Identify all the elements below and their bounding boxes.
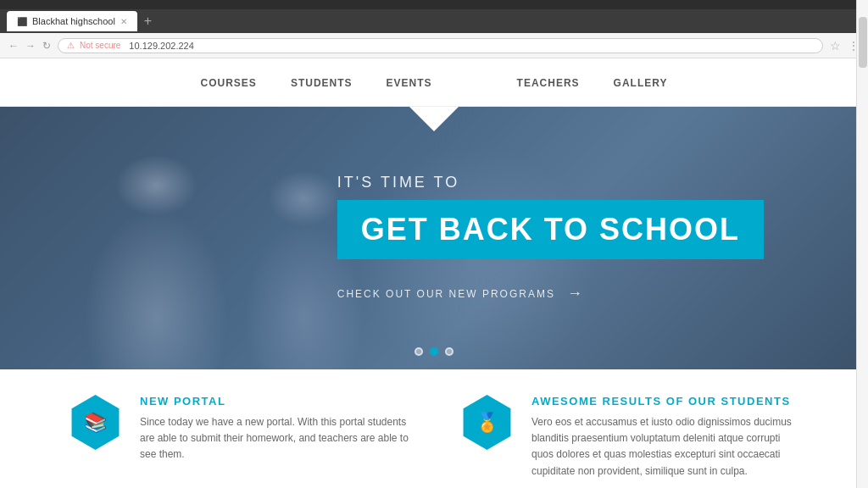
address-input[interactable]: ⚠ Not secure 10.129.202.224 (58, 38, 823, 53)
tab-close-button[interactable]: ✕ (120, 17, 127, 26)
nav-teachers[interactable]: TEACHERS (517, 77, 580, 89)
hero-cta-text: CHECK OUT OUR NEW PROGRAMS (337, 288, 555, 300)
feature-portal-title: NEW PORTAL (140, 395, 409, 408)
feature-results-text: AWESOME RESULTS OF OUR STUDENTS Vero eos… (531, 395, 800, 480)
hero-title-box: GET BACK TO SCHOOL (337, 200, 764, 259)
hero-arrow-decoration (409, 107, 459, 131)
hexagon-portal: 📚 (68, 395, 123, 450)
address-bar: ← → ↻ ⚠ Not secure 10.129.202.224 ☆ ⋮ (0, 33, 868, 58)
book-icon: 📚 (84, 412, 107, 434)
active-tab[interactable]: ⬛ Blackhat highschool ✕ (7, 11, 137, 31)
back-button[interactable]: ← (8, 40, 19, 52)
forward-button[interactable]: → (25, 40, 36, 52)
feature-portal-text: NEW PORTAL Since today we have a new por… (140, 395, 409, 463)
nav-links-list: COURSES STUDENTS EVENTS TEACHERS GALLERY (201, 75, 668, 90)
bookmark-star-icon[interactable]: ☆ (830, 39, 841, 53)
hero-subtitle: IT'S TIME TO (337, 174, 764, 191)
security-label: Not secure (80, 41, 120, 50)
hero-slider-dots (415, 347, 453, 356)
hero-section: IT'S TIME TO GET BACK TO SCHOOL CHECK OU… (0, 107, 868, 369)
hexagon-results: 🏅 (459, 395, 515, 450)
hero-cta-button[interactable]: CHECK OUT OUR NEW PROGRAMS → (337, 285, 764, 302)
dot-3[interactable] (445, 347, 453, 356)
dot-1[interactable] (415, 347, 423, 356)
features-section: 📚 NEW PORTAL Since today we have a new p… (0, 369, 868, 488)
hero-title: GET BACK TO SCHOOL (361, 212, 740, 247)
website-content: COURSES STUDENTS EVENTS TEACHERS GALLERY… (0, 58, 868, 488)
new-tab-button[interactable]: + (144, 14, 152, 29)
hero-cta-arrow-icon: → (567, 285, 584, 302)
browser-tabs-bar: ⬛ Blackhat highschool ✕ + (0, 9, 868, 33)
reload-button[interactable]: ↻ (42, 40, 51, 52)
scrollbar-thumb[interactable] (859, 17, 867, 68)
tab-title: Blackhat highschool (32, 16, 115, 26)
dot-2[interactable] (430, 347, 438, 356)
nav-courses[interactable]: COURSES (201, 77, 257, 89)
trophy-icon: 🏅 (476, 412, 498, 434)
feature-portal-icon: 📚 (68, 395, 123, 450)
feature-results-icon: 🏅 (459, 395, 515, 450)
browser-top-bar (0, 0, 868, 9)
url-text: 10.129.202.224 (129, 41, 193, 51)
nav-gallery[interactable]: GALLERY (614, 77, 668, 89)
feature-results: 🏅 AWESOME RESULTS OF OUR STUDENTS Vero e… (459, 395, 800, 480)
site-navigation: COURSES STUDENTS EVENTS TEACHERS GALLERY (0, 58, 868, 107)
hero-content-area: IT'S TIME TO GET BACK TO SCHOOL CHECK OU… (337, 174, 764, 302)
browser-scrollbar[interactable] (856, 0, 868, 488)
tab-favicon: ⬛ (17, 17, 27, 26)
security-lock-icon: ⚠ (67, 41, 75, 50)
feature-portal: 📚 NEW PORTAL Since today we have a new p… (68, 395, 409, 463)
feature-portal-desc: Since today we have a new portal. With t… (140, 414, 409, 463)
feature-results-title: AWESOME RESULTS OF OUR STUDENTS (531, 395, 800, 408)
nav-students[interactable]: STUDENTS (291, 77, 353, 89)
nav-events[interactable]: EVENTS (387, 77, 432, 89)
feature-results-desc: Vero eos et accusamus et iusto odio dign… (531, 414, 800, 480)
